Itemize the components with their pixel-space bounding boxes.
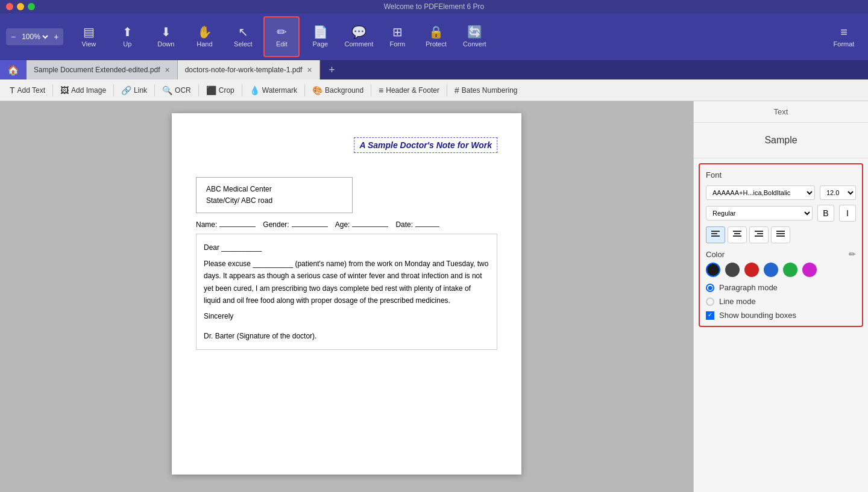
toolbar-select[interactable]: ↖ Select [225,16,261,57]
bold-button[interactable]: B [817,205,834,222]
color-swatch-green[interactable] [783,263,797,277]
zoom-select[interactable]: 100% 75% 125% 150% [19,32,50,42]
background-tool[interactable]: 🎨 Background [307,83,368,98]
add-text-tool[interactable]: T Add Text [5,83,50,98]
pdf-document-title[interactable]: A Sample Doctor's Note for Work [354,137,497,153]
add-tab-icon: + [329,64,335,76]
tab-doctors-close[interactable]: × [307,66,312,74]
align-left-button[interactable] [706,226,725,243]
format-icon: ≡ [840,26,848,38]
hand-label: Hand [197,40,212,48]
background-icon: 🎨 [312,86,322,95]
pdf-name-label: Name: [196,220,217,229]
color-swatch-black[interactable] [706,263,720,277]
font-section-label: Font [706,170,856,179]
line-mode-radio[interactable] [706,297,714,306]
font-size-select[interactable]: 12.0 8 10 14 16 18 [820,185,856,200]
home-button[interactable]: 🏠 [0,60,27,79]
pdf-fields-row: Name: Gender: Age: Date: [196,220,497,229]
tab-doctors-label: doctors-note-for-work-template-1.pdf [185,66,303,74]
comment-icon: 💬 [351,26,366,38]
select-icon: ↖ [238,26,248,38]
new-tab-button[interactable]: + [322,60,342,79]
bounding-boxes-checkbox[interactable] [706,311,714,320]
toolbar-comment[interactable]: 💬 Comment [341,16,377,57]
toolbar-convert[interactable]: 🔄 Convert [456,16,492,57]
comment-label: Comment [345,40,374,48]
right-panel: Text Sample Font AAAAAA+H...ica,BoldItal… [693,101,868,492]
align-right-icon [755,231,763,240]
toolbar-down[interactable]: ⬇ Down [148,16,184,57]
align-right-button[interactable] [749,226,769,243]
font-name-select[interactable]: AAAAAA+H...ica,BoldItalic [706,185,815,200]
pdf-medical-center: ABC Medical Center [206,184,342,195]
link-tool[interactable]: 🔗 Link [116,83,152,98]
italic-icon: I [846,208,849,218]
align-center-icon [733,231,741,240]
toolbar-edit[interactable]: ✏ Edit [263,16,300,57]
header-footer-tool[interactable]: ≡ Header & Footer [374,83,444,98]
page-label: Page [313,40,329,48]
pdf-name-field: Name: [196,220,256,229]
watermark-icon: 💧 [250,86,260,95]
color-swatch-purple[interactable] [802,263,817,277]
select-label: Select [234,40,253,48]
pdf-gender-field: Gender: [263,220,327,229]
main-area: A Sample Doctor's Note for Work ABC Medi… [0,101,868,492]
pdf-closing: Sincerely [204,310,489,322]
toolbar-protect[interactable]: 🔒 Protect [418,16,454,57]
minimize-window-button[interactable] [17,3,24,10]
bates-tool[interactable]: # Bates Numbering [450,83,523,98]
toolbar-page[interactable]: 📄 Page [302,16,338,57]
color-swatch-blue[interactable] [764,263,778,277]
tab-sample[interactable]: Sample Document Extended-edited.pdf × [27,60,178,79]
svg-rect-3 [733,231,741,232]
toolbar-format[interactable]: ≡ Format [826,16,862,57]
color-swatch-darkgray[interactable] [725,263,740,277]
toolbar-view[interactable]: ▤ View [71,16,107,57]
pdf-date-field: Date: [395,220,439,229]
align-justify-button[interactable] [771,226,790,243]
pdf-signature: Dr. Barter (Signature of the doctor). [204,330,489,342]
tab-doctors[interactable]: doctors-note-for-work-template-1.pdf × [178,60,320,79]
add-image-label: Add Image [71,86,106,95]
toolbar-hand[interactable]: ✋ Hand [186,16,222,57]
zoom-increase-button[interactable]: + [52,32,60,42]
maximize-window-button[interactable] [28,3,35,10]
pdf-date-line [415,226,439,227]
mode-section: Paragraph mode Line mode Show bounding b… [706,283,856,320]
pdf-title-container: A Sample Doctor's Note for Work [196,137,497,165]
font-section: Font AAAAAA+H...ica,BoldItalic 12.0 8 10… [699,163,863,327]
toolbar-sep-4 [198,84,199,96]
italic-button[interactable]: I [839,205,856,222]
hand-icon: ✋ [197,26,212,38]
font-style-select[interactable]: Regular Bold Italic Bold Italic [706,206,813,220]
svg-rect-2 [711,235,720,237]
down-label: Down [157,40,174,48]
watermark-tool[interactable]: 💧 Watermark [245,83,302,98]
toolbar-up[interactable]: ⬆ Up [109,16,145,57]
tab-sample-close[interactable]: × [165,66,169,74]
edit-icon: ✏ [277,26,287,38]
toolbar-sep-7 [371,84,371,96]
pdf-salutation: Dear __________ [204,241,489,254]
ocr-tool[interactable]: 🔍 OCR [157,83,196,98]
color-swatch-red[interactable] [744,263,759,277]
panel-preview: Sample [694,123,868,158]
up-label: Up [123,40,131,48]
toolbar-form[interactable]: ⊞ Form [379,16,415,57]
eyedropper-button[interactable]: ✏ [849,249,856,259]
crop-tool[interactable]: ⬛ Crop [201,83,239,98]
zoom-decrease-button[interactable]: − [10,32,17,42]
background-label: Background [325,86,363,95]
add-image-tool[interactable]: 🖼 Add Image [55,83,111,98]
close-window-button[interactable] [6,3,13,10]
link-icon: 🔗 [121,86,131,95]
align-center-button[interactable] [728,226,747,243]
pdf-body-box: Dear __________ Please excuse __________… [196,234,497,350]
link-label: Link [134,86,147,95]
paragraph-mode-radio[interactable] [706,284,714,292]
pdf-canvas-area[interactable]: A Sample Doctor's Note for Work ABC Medi… [0,101,693,492]
line-mode-row: Line mode [706,297,856,306]
zoom-group[interactable]: − 100% 75% 125% 150% + [6,28,63,45]
